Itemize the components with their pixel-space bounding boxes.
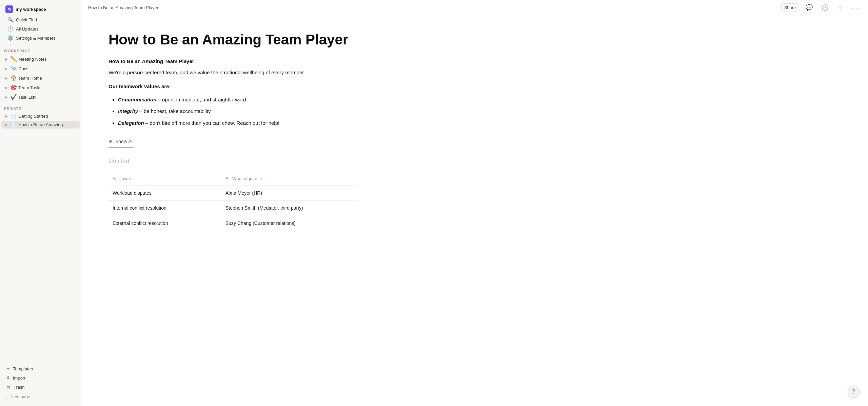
text-col-icon: Aa [113,176,118,181]
page-icon: 📄 [10,122,17,127]
row-extra-3 [334,216,359,231]
grid-icon: ⊞ [108,138,113,146]
main-area: How to Be an Amazing Team Player Share 💬… [81,0,868,406]
import-label: Import [13,375,25,381]
workspace-avatar: M [5,5,13,13]
history-icon-button[interactable]: 🕐 [820,3,831,13]
star-icon-button[interactable]: ☆ [835,3,845,13]
import-icon: ⬇ [6,375,10,381]
caret-icon: ▶ [4,57,9,61]
how-to-be-label: How to Be an Amazing... [18,122,66,127]
value-integrity: Integrity – be honest, take accountabili… [118,107,359,116]
sidebar-item-meeting-notes[interactable]: ▶ ✏️ Meeting Notes [1,55,80,63]
task-list-emoji: ✔️ [10,94,17,100]
docs-emoji: 📎 [10,65,17,72]
document-title: How to Be an Amazing Team Player [108,32,359,48]
values-list: Communication – open, immediate, and str… [108,96,359,128]
caret-icon: ▶ [4,86,9,90]
col-issue-label: Issue [120,176,131,181]
settings-label: Settings & Members [16,36,56,41]
docs-label: Docs [18,66,28,71]
value-delegation-desc: – don't bite off more than you can chew.… [145,120,279,126]
page-icon: 📄 [10,114,17,119]
all-updates-label: All Updates [16,26,38,32]
row-issue-1: Workload disputes [108,186,221,201]
table-row: Workload disputes Alma Meyer (HR) [108,186,359,201]
trash-label: Trash [14,385,25,390]
all-updates-item[interactable]: 🕐 All Updates [4,24,77,33]
clock-icon: 🕐 [7,26,13,32]
help-button[interactable]: ? [848,386,860,398]
row-who-3: Suzy Chang (Customer relations) [221,216,334,231]
more-icon-button[interactable]: ··· [849,2,861,13]
search-icon: 🔍 [7,17,13,22]
document-body: How to Be an Amazing Team Player We're a… [108,57,359,231]
sidebar-item-docs[interactable]: ▶ 📎 Docs [1,64,80,73]
sidebar: M my workspace ⌄ 🔍 Quick Find 🕐 All Upda… [0,0,81,406]
row-extra-1 [334,186,359,201]
meeting-notes-emoji: ✏️ [10,56,17,62]
team-home-label: Team Home [18,76,42,81]
caret-icon: ▶ [4,114,9,118]
row-who-1: Alma Meyer (HR) [221,186,334,201]
quick-find-item[interactable]: 🔍 Quick Find [4,15,77,24]
team-tasks-label: Team Tasks [18,85,41,90]
sidebar-item-team-home[interactable]: ▶ 🏠 Team Home [1,74,80,82]
sidebar-item-how-to-be[interactable]: ▶ 📄 How to Be an Amazing... [1,121,80,129]
settings-item[interactable]: ⚙️ Settings & Members [4,34,77,42]
plus-icon: + [5,394,8,400]
gear-icon: ⚙️ [7,35,13,41]
show-all-bar[interactable]: ⊞ Show All [108,136,134,148]
show-all-label: Show All [115,138,134,146]
row-extra-2 [334,201,359,216]
quick-find-label: Quick Find [16,17,37,22]
col-extra-header [334,172,359,186]
share-button[interactable]: Share [781,3,799,12]
team-tasks-emoji: 🎯 [10,84,17,91]
doc-values-heading: Our teamwork values are: [108,82,359,91]
list-col-icon: ≡ [225,175,228,182]
doc-intro: We're a person-centered team, and we val… [108,69,359,77]
comment-icon-button[interactable]: 💬 [804,3,815,13]
add-column-icon[interactable]: + [260,175,263,183]
import-item[interactable]: ⬇ Import [3,373,78,382]
doc-subtitle: How to Be an Amazing Team Player [108,57,359,66]
document-content: How to Be an Amazing Team Player How to … [81,15,387,406]
getting-started-label: Getting Started [18,114,48,119]
caret-icon: ▶ [4,67,9,71]
value-communication-key: Communication [118,97,156,102]
workspace-row[interactable]: M my workspace ⌄ [3,3,78,15]
db-table: Aa Issue ≡ Who to go to + ··· [108,172,359,231]
table-row: External conflict resolution Suzy Chang … [108,216,359,231]
sidebar-item-task-list[interactable]: ▶ ✔️ Task List [1,93,80,101]
value-integrity-desc: – be honest, take accountability [139,108,211,114]
team-home-emoji: 🏠 [10,75,17,81]
sidebar-item-team-tasks[interactable]: ▶ 🎯 Team Tasks [1,83,80,92]
workspace-caret-icon: ⌄ [73,7,76,12]
value-delegation: Delegation – don't bite off more than yo… [118,119,359,128]
value-communication: Communication – open, immediate, and str… [118,96,359,104]
row-who-2: Stephen Smith (Mediator, third party) [221,201,334,216]
topbar-actions: Share 💬 🕐 ☆ ··· [781,2,861,13]
templates-label: Templates [13,366,33,371]
value-integrity-key: Integrity [118,108,138,114]
trash-item[interactable]: 🗑 Trash [3,383,78,391]
row-issue-2: Internal conflict resolution [108,201,221,216]
new-page-button[interactable]: + New page [1,392,80,402]
caret-icon: ▶ [4,76,9,80]
column-more-icon[interactable]: ··· [266,175,270,183]
meeting-notes-label: Meeting Notes [18,57,47,62]
col-who-header: ≡ Who to go to + ··· [221,172,334,186]
topbar-title: How to Be an Amazing Team Player [88,5,158,10]
sidebar-item-getting-started[interactable]: ▶ 📄 Getting Started [1,112,80,120]
caret-icon: ▶ [4,123,9,127]
table-row: Internal conflict resolution Stephen Smi… [108,201,359,216]
templates-icon: ✦ [6,366,10,371]
caret-icon: ▶ [4,95,9,99]
trash-icon: 🗑 [6,384,11,390]
col-who-label: Who to go to [232,175,257,182]
workspace-section-label: WORKSPACE [0,44,81,54]
db-title: Untitled [108,156,359,167]
new-page-label: New page [11,394,31,399]
templates-item[interactable]: ✦ Templates [3,364,78,373]
